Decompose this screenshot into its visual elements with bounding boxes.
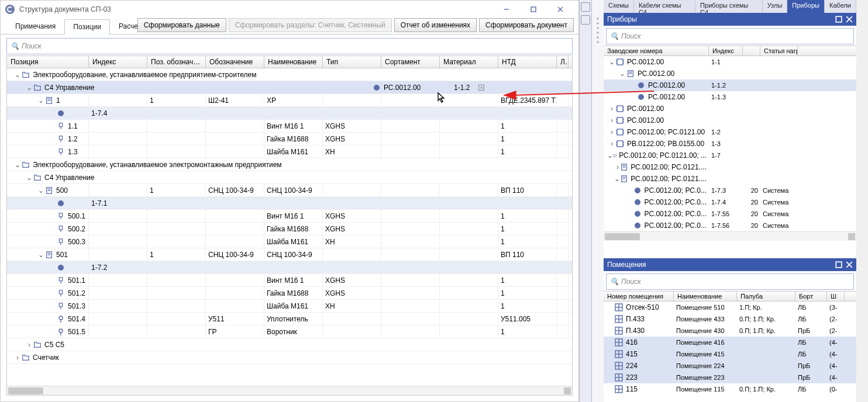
- grid-header-col[interactable]: Позиция: [7, 56, 89, 68]
- toggle-icon[interactable]: ⌄: [37, 96, 44, 105]
- grid-row[interactable]: 1.3Шайба М161XH1: [7, 145, 572, 158]
- rooms-row[interactable]: 223Помещение 223ПрБ(4-: [604, 372, 856, 383]
- splitter-gutter[interactable]: [592, 0, 604, 402]
- devices-row[interactable]: ›РС.0012.00: [604, 103, 856, 115]
- devices-row[interactable]: ⌄РС.0012.001-1: [604, 56, 856, 68]
- toolbar-btn-0[interactable]: Сформировать данные: [137, 18, 226, 32]
- rooms-header-col[interactable]: Палуба: [737, 292, 795, 301]
- rooms-header-col[interactable]: Ш: [827, 292, 845, 301]
- devices-row[interactable]: ›РВ.0122.00; РВ.0155.001-3: [604, 138, 856, 150]
- grid-row[interactable]: 500.3Шайба М161XH1: [7, 235, 572, 248]
- right-tab-0[interactable]: Схемы: [604, 0, 634, 13]
- devices-row[interactable]: ⌄РС.0012.00; РС.0121.00; ...1-7: [604, 150, 856, 161]
- devices-row[interactable]: РС.0012.00; РС.0...1-7.420Система: [604, 196, 856, 208]
- right-tab-2[interactable]: Приборы схемы С4: [695, 0, 763, 13]
- rooms-header-col[interactable]: Наименование: [674, 292, 737, 301]
- toggle-icon[interactable]: ⌄: [37, 251, 44, 259]
- devices-grid-body[interactable]: ⌄РС.0012.001-1⌄РС.0012.00РС.0012.001-1.2…: [604, 56, 856, 231]
- grid-hscroll[interactable]: [7, 386, 572, 395]
- left-tab-0[interactable]: Примечания: [6, 19, 64, 34]
- toggle-icon[interactable]: ›: [14, 354, 21, 362]
- panel-close-icon[interactable]: [846, 16, 853, 23]
- search-row[interactable]: 🔍 Поиск: [6, 38, 573, 54]
- toggle-icon[interactable]: ⌄: [26, 174, 33, 182]
- right-tab-1[interactable]: Кабели схемы С4: [634, 0, 695, 13]
- devices-hscroll[interactable]: [604, 231, 856, 241]
- maximize-button[interactable]: [520, 1, 547, 18]
- devices-header-col[interactable]: Статья нагру: [760, 46, 798, 56]
- grid-row[interactable]: 501.4У511УплотнительУ511.005: [7, 313, 572, 325]
- toolbar-btn-2[interactable]: Отчет об изменениях: [394, 18, 477, 32]
- grid-row[interactable]: 1-7.4: [7, 107, 572, 120]
- rooms-row[interactable]: П.430Помещение 4300.П; 1.П; Кр.ПрБ(2-: [604, 325, 856, 337]
- toggle-icon[interactable]: ›: [608, 140, 615, 148]
- toggle-icon[interactable]: ⌄: [619, 70, 626, 78]
- rooms-row[interactable]: 224Помещение 224ПрБ(4-: [604, 360, 856, 372]
- rooms-row[interactable]: Отсек-510Помещение 5101.П; Кр.ЛБ(3-: [604, 302, 856, 313]
- devices-row[interactable]: ›РС.0012.00; РС.0121....: [604, 161, 856, 173]
- devices-row[interactable]: РС.0012.00; РС.0...1-7.5520Система: [604, 208, 856, 220]
- panel-dock-icon[interactable]: [835, 16, 842, 23]
- grid-row[interactable]: ⌄5001СНЦ 100-34-9СНЦ 100-34-9ВП 110: [7, 184, 572, 197]
- rooms-header-col[interactable]: Борт: [795, 292, 827, 301]
- toggle-icon[interactable]: ⌄: [14, 71, 21, 79]
- toggle-icon[interactable]: ›: [615, 163, 621, 171]
- grid-row[interactable]: 500.2Гайка М1688XGHS1: [7, 223, 572, 235]
- minimize-button[interactable]: [493, 1, 520, 18]
- toggle-icon[interactable]: ⌄: [607, 151, 613, 160]
- toggle-icon[interactable]: ›: [608, 105, 615, 113]
- devices-header-col[interactable]: [743, 46, 760, 56]
- grid-row[interactable]: ⌄С4 УправлениеРС.0012.001-1.2: [7, 81, 572, 94]
- devices-row[interactable]: РС.0012.001-1.2: [604, 79, 856, 91]
- grid-row[interactable]: 500.1Винт М16 1XGHS1: [7, 210, 572, 223]
- devices-row[interactable]: ›РС.0012.00: [604, 115, 856, 126]
- grid-row[interactable]: ⌄С4 Управление: [7, 171, 572, 184]
- panel-dock-icon[interactable]: [835, 261, 842, 268]
- grid-header-col[interactable]: Тип: [323, 56, 381, 68]
- grid-header-col[interactable]: Ли: [557, 56, 569, 68]
- toggle-icon[interactable]: ⌄: [26, 84, 33, 92]
- toggle-icon[interactable]: ⌄: [37, 186, 44, 195]
- toggle-icon[interactable]: ⌄: [614, 175, 620, 183]
- grid-row[interactable]: 1.2Гайка М1688XGHS1: [7, 133, 572, 145]
- panel-close-icon[interactable]: [846, 261, 853, 268]
- right-tab-5[interactable]: Кабели: [825, 0, 856, 13]
- grid-row[interactable]: ›С5 С5: [7, 338, 572, 351]
- mid-toolbar-btn-1[interactable]: [581, 2, 590, 12]
- grid-header-col[interactable]: Сортамент: [381, 56, 440, 68]
- rooms-search[interactable]: 🔍 Поиск: [606, 273, 854, 290]
- left-tab-1[interactable]: Позиции: [64, 19, 110, 34]
- grid-row[interactable]: 501.3Шайба М161XH1: [7, 300, 572, 313]
- devices-search[interactable]: 🔍 Поиск: [606, 28, 854, 44]
- devices-row[interactable]: ›РС.0012.00; РС.0121.001-2: [604, 126, 856, 138]
- devices-row[interactable]: ⌄РС.0012.00; РС.0121....: [604, 173, 856, 185]
- right-tab-4[interactable]: Приборы: [787, 0, 825, 13]
- grid-header-col[interactable]: Обозначение: [206, 56, 264, 68]
- right-tab-3[interactable]: Узлы: [763, 0, 788, 13]
- devices-header-col[interactable]: Заводские номера: [604, 46, 709, 56]
- grid-row[interactable]: 501.2Гайка М1688XGHS1: [7, 287, 572, 300]
- grid-header-col[interactable]: Поз. обозначени: [147, 56, 206, 68]
- grid-row[interactable]: ⌄Электрооборудование, устанавливаемое эл…: [7, 158, 572, 171]
- rooms-header-col[interactable]: Номер помещения: [604, 292, 674, 301]
- grid-row[interactable]: 1.1Винт М16 1XGHS1: [7, 120, 572, 133]
- grid-header-col[interactable]: Наименование: [264, 56, 323, 68]
- toggle-icon[interactable]: ›: [608, 116, 615, 124]
- toggle-icon[interactable]: ›: [608, 128, 615, 136]
- devices-row[interactable]: РС.0012.00; РС.0...1-7.5620Система: [604, 220, 856, 231]
- rooms-grid-body[interactable]: Отсек-510Помещение 5101.П; Кр.ЛБ(3-П.433…: [604, 302, 856, 402]
- grid-row[interactable]: ⌄11Ш2-41ХРВГДЕ.2345.897 ТУ: [7, 94, 572, 107]
- devices-row[interactable]: РС.0012.001-1.3: [604, 91, 856, 103]
- mid-toolbar-btn-2[interactable]: [581, 15, 590, 25]
- devices-header-col[interactable]: Индекс: [709, 46, 743, 56]
- grid-row[interactable]: ⌄5011СНЦ 100-34-9СНЦ 100-34-9ВП 110: [7, 248, 572, 261]
- grid-row[interactable]: 1-7.1: [7, 197, 572, 210]
- grid-header-col[interactable]: Материал: [440, 56, 498, 68]
- grid-row[interactable]: ›Счетчик: [7, 351, 572, 364]
- grid-body[interactable]: ⌄Электрооборудование, устанавливаемое пр…: [7, 68, 572, 386]
- grid-header-col[interactable]: Индекс: [89, 56, 147, 68]
- toggle-icon[interactable]: ⌄: [608, 58, 615, 66]
- toggle-icon[interactable]: ›: [26, 341, 33, 349]
- grid-row[interactable]: ⌄Электрооборудование, устанавливаемое пр…: [7, 68, 572, 81]
- devices-row[interactable]: ⌄РС.0012.00: [604, 68, 856, 79]
